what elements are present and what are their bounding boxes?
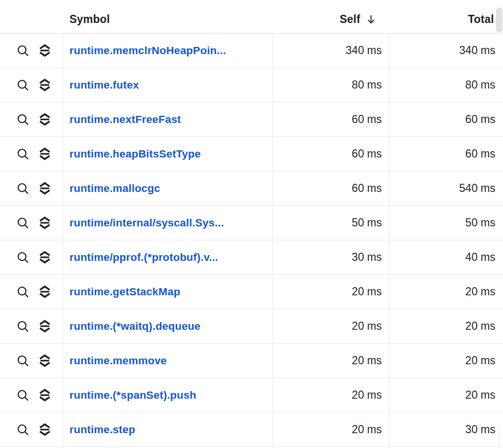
symbol-cell: runtime.(*spanSet).push [63,389,273,402]
symbol-cell: runtime.nextFreeFast [63,113,273,126]
symbol-cell: runtime.memmove [63,355,273,367]
self-value: 20 ms [273,285,389,298]
total-value: 80 ms [389,78,503,91]
self-value: 60 ms [273,182,389,195]
symbol-cell: runtime.futex [63,79,273,91]
unfold-icon[interactable] [38,389,51,402]
self-value: 60 ms [273,147,389,160]
symbol-cell: runtime.memclrNoHeapPoin... [63,45,273,57]
total-value: 20 ms [389,320,503,333]
symbol-link[interactable]: runtime.memmove [69,355,167,367]
unfold-icon[interactable] [38,216,51,229]
symbol-link[interactable]: runtime/internal/syscall.Sys... [69,217,224,229]
self-value: 20 ms [273,389,389,402]
symbol-link[interactable]: runtime.(*spanSet).push [69,389,196,401]
table-row: runtime.(*spanSet).push 20 ms 20 ms [0,378,503,413]
symbol-link[interactable]: runtime.getStackMap [69,286,180,298]
table-row: runtime.step 20 ms 30 ms [0,413,503,447]
search-icon[interactable] [16,285,29,298]
symbol-link[interactable]: runtime.nextFreeFast [69,113,181,125]
unfold-icon[interactable] [38,354,51,367]
table-row: runtime/internal/syscall.Sys... 50 ms 50… [0,206,503,240]
self-value: 340 ms [273,44,389,57]
unfold-icon[interactable] [38,320,51,333]
search-icon[interactable] [16,216,29,229]
row-actions [0,34,63,67]
self-value: 80 ms [273,78,389,91]
table-header: Symbol Self Total [0,0,503,34]
symbol-cell: runtime/internal/syscall.Sys... [63,217,273,229]
table-row: runtime.getStackMap 20 ms 20 ms [0,275,503,309]
row-actions [0,309,63,343]
total-value: 60 ms [389,113,503,126]
row-actions [0,102,63,136]
unfold-icon[interactable] [38,285,51,298]
search-icon[interactable] [16,354,29,367]
row-actions [0,275,63,309]
table-row: runtime.memclrNoHeapPoin... 340 ms 340 m… [0,34,503,68]
symbol-link[interactable]: runtime/pprof.(*protobuf).v... [69,251,218,263]
column-separator [389,34,389,448]
unfold-icon[interactable] [38,147,51,160]
symbol-cell: runtime.(*waitq).dequeue [63,320,273,333]
table-row: runtime.mallocgc 60 ms 540 ms [0,171,503,206]
symbol-link[interactable]: runtime.heapBitsSetType [69,148,201,160]
symbol-link[interactable]: runtime.(*waitq).dequeue [69,320,201,332]
search-icon[interactable] [16,78,29,91]
row-actions [0,171,63,205]
table-row: runtime.(*waitq).dequeue 20 ms 20 ms [0,309,503,344]
row-actions [0,413,63,447]
column-header-symbol[interactable]: Symbol [63,13,273,26]
table-row: runtime.futex 80 ms 80 ms [0,68,503,102]
total-value: 20 ms [389,389,503,402]
vertical-scrollbar-thumb[interactable] [496,8,503,33]
symbol-link[interactable]: runtime.futex [69,79,139,91]
symbol-cell: runtime.getStackMap [63,286,273,298]
column-header-self[interactable]: Self [273,13,389,26]
table-row: runtime.nextFreeFast 60 ms 60 ms [0,102,503,137]
table-body: runtime.memclrNoHeapPoin... 340 ms 340 m… [0,34,503,447]
total-value: 30 ms [389,423,503,436]
total-value: 60 ms [389,147,503,160]
unfold-icon[interactable] [38,113,51,126]
search-icon[interactable] [16,320,29,333]
search-icon[interactable] [16,182,29,195]
self-header-label: Self [340,13,360,26]
total-value: 50 ms [389,216,503,229]
table-row: runtime.heapBitsSetType 60 ms 60 ms [0,137,503,171]
unfold-icon[interactable] [38,44,51,57]
self-value: 20 ms [273,423,389,436]
column-separator [273,34,273,448]
search-icon[interactable] [16,389,29,402]
search-icon[interactable] [16,113,29,126]
self-value: 20 ms [273,320,389,333]
unfold-icon[interactable] [38,182,51,195]
self-value: 50 ms [273,216,389,229]
row-actions [0,137,63,171]
profiler-symbols-table: Symbol Self Total [0,0,503,448]
column-header-total[interactable]: Total [389,13,503,26]
sort-descending-icon [366,14,376,24]
symbol-cell: runtime.heapBitsSetType [63,148,273,160]
unfold-icon[interactable] [38,423,51,436]
row-actions [0,68,63,102]
column-separator [63,34,63,448]
self-value: 30 ms [273,251,389,264]
search-icon[interactable] [16,251,29,264]
search-icon[interactable] [16,423,29,436]
symbol-cell: runtime/pprof.(*protobuf).v... [63,251,273,264]
scrollbar-track-line [499,426,499,448]
symbol-link[interactable]: runtime.mallocgc [69,182,160,194]
unfold-icon[interactable] [38,78,51,91]
symbol-link[interactable]: runtime.step [69,424,135,436]
total-value: 20 ms [389,285,503,298]
total-value: 20 ms [389,354,503,367]
symbol-link[interactable]: runtime.memclrNoHeapPoin... [69,45,226,56]
row-actions [0,378,63,412]
search-icon[interactable] [16,147,29,160]
row-actions [0,344,63,378]
self-value: 60 ms [273,113,389,126]
total-value: 340 ms [389,44,503,57]
search-icon[interactable] [16,44,29,57]
unfold-icon[interactable] [38,251,51,264]
